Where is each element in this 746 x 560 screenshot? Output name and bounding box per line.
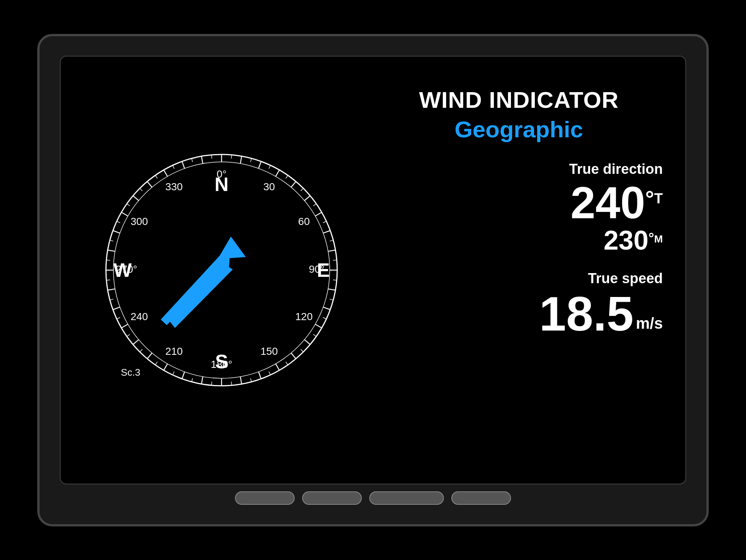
- device-frame: // Generated via JS below N S W E 0°3060…: [37, 34, 709, 526]
- compass-section: // Generated via JS below N S W E 0°3060…: [83, 72, 360, 469]
- geographic-mode-label: Geographic: [375, 116, 663, 143]
- display-screen: // Generated via JS below N S W E 0°3060…: [60, 56, 686, 485]
- button-1[interactable]: [235, 491, 295, 505]
- bottom-buttons: [235, 491, 511, 505]
- compass-wrapper: // Generated via JS below N S W E 0°3060…: [91, 140, 352, 401]
- wind-indicator-title: WIND INDICATOR: [375, 87, 663, 113]
- true-direction-T: T: [654, 191, 663, 206]
- button-3[interactable]: [369, 491, 444, 505]
- magnetic-deg: °: [648, 230, 654, 246]
- magnetic-M: M: [654, 233, 663, 245]
- true-speed-label: True speed: [375, 270, 663, 287]
- magnetic-direction-value: 230°M: [375, 225, 663, 256]
- magnetic-number: 230: [604, 225, 648, 256]
- button-2[interactable]: [302, 491, 362, 505]
- svg-marker-77: [218, 237, 246, 259]
- true-direction-value: 240°T: [375, 180, 663, 225]
- speed-number: 18.5: [539, 290, 634, 338]
- true-direction-number: 240: [571, 180, 645, 225]
- true-speed-value: 18.5m/s: [375, 290, 663, 338]
- speed-unit: m/s: [636, 316, 663, 331]
- wind-arrow: [91, 140, 352, 401]
- scale-label: Sc.3: [121, 367, 140, 378]
- info-section: WIND INDICATOR Geographic True direction…: [360, 72, 663, 469]
- true-direction-deg: °: [645, 188, 654, 210]
- button-4[interactable]: [451, 491, 511, 505]
- true-direction-label: True direction: [375, 161, 663, 177]
